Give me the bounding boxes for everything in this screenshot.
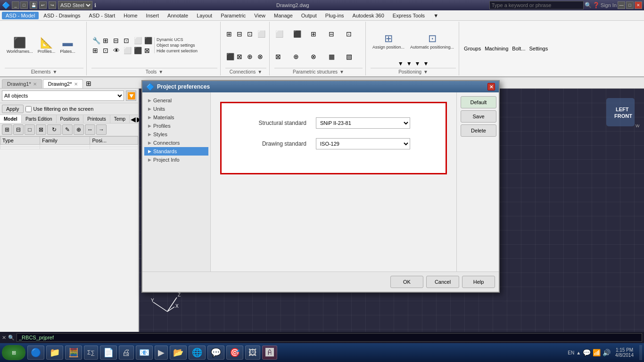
param-btn-10[interactable]: ▧ [345, 46, 363, 68]
profiles-button[interactable]: 📐 Profiles... [36, 36, 58, 55]
tab-drawing2[interactable]: Drawing2* ✕ [43, 79, 83, 88]
taskbar-icon-12[interactable]: 🎯 [226, 346, 243, 360]
sign-in-label[interactable]: Sign In [601, 2, 617, 8]
connections-arrow-icon[interactable]: ▼ [257, 69, 262, 74]
bolt-btn[interactable]: Bolt... [512, 46, 525, 51]
ok-button[interactable]: OK [390, 276, 423, 288]
delete-button[interactable]: Delete [461, 124, 496, 137]
default-button[interactable]: Default [461, 96, 496, 108]
save-button[interactable]: Save [461, 110, 496, 123]
menu-autodesk360[interactable]: Autodesk 360 [349, 12, 388, 19]
menu-parametric[interactable]: Parametric [217, 12, 249, 19]
tool-btn-12[interactable]: ⊠ [143, 46, 153, 55]
search-input[interactable] [489, 1, 584, 9]
filter-checkbox[interactable] [25, 106, 32, 112]
hide-btn[interactable]: 👁 [112, 46, 122, 55]
structural-standard-select[interactable]: SNiP II-23-81 EN 1993 AISC [316, 117, 410, 129]
menu-asd-start[interactable]: ASD - Start [85, 12, 119, 19]
ptb-btn-7[interactable]: ⊕ [74, 124, 84, 135]
tab-drawing1[interactable]: Drawing1* ✕ [2, 79, 42, 88]
param-btn-6[interactable]: ⊠ [274, 46, 292, 68]
taskbar-icon-7[interactable]: 📧 [136, 346, 153, 360]
taskbar-icon-9[interactable]: 📂 [170, 346, 187, 360]
clock-display[interactable]: 1:15 PM 4/8/2014 [612, 346, 636, 359]
ptb-btn-3[interactable]: □ [25, 124, 35, 135]
menu-view[interactable]: View [250, 12, 269, 19]
assign-position-button[interactable]: ⊞ Assign position... [371, 32, 406, 50]
cmd-search-icon[interactable]: 🔍 [8, 335, 15, 341]
sidebar-item-units[interactable]: ▶ Units [144, 105, 208, 113]
taskbar-icon-6[interactable]: 🖨 [119, 346, 134, 360]
tool-btn-1[interactable]: 🔧 [91, 36, 101, 45]
sidebar-item-materials[interactable]: ▶ Materials [144, 113, 208, 122]
help-icon[interactable]: ❓ [593, 2, 600, 8]
tool-btn-6[interactable]: ⬛ [143, 36, 153, 45]
conn-btn-1[interactable]: ⊞ [225, 23, 235, 45]
cancel-button[interactable]: Cancel [426, 276, 459, 288]
ptb-btn-4[interactable]: ⊠ [36, 124, 46, 135]
sidebar-item-project-info[interactable]: ▶ Project Info [144, 156, 208, 164]
ptb-btn-6[interactable]: ✎ [62, 124, 73, 135]
taskbar-icon-2[interactable]: 📁 [46, 346, 63, 360]
tab-parts-edition[interactable]: Parts Edition [22, 115, 57, 123]
taskbar-icon-4[interactable]: Σ∑ [84, 346, 98, 360]
snap-btn[interactable]: ⊡ [102, 46, 112, 55]
conn-btn-3[interactable]: ⊡ [246, 23, 256, 45]
param-btn-9[interactable]: ▦ [328, 46, 345, 68]
pos-btn-3[interactable]: ▼ [414, 59, 421, 68]
sidebar-item-connectors[interactable]: ▶ Connectors [144, 139, 208, 147]
menu-manage[interactable]: Manage [270, 12, 297, 19]
minimize-icon[interactable]: _ [12, 1, 19, 9]
restore-icon[interactable]: □ [20, 1, 28, 9]
auto-position-button[interactable]: ⊡ Automatic positioning... [408, 32, 456, 50]
conn-btn-2[interactable]: ⊟ [236, 23, 246, 45]
parametric-arrow-icon[interactable]: ▼ [339, 69, 344, 74]
plates-button[interactable]: ▬ Plates... [58, 36, 77, 55]
filter-icon[interactable]: 🔽 [126, 90, 136, 101]
objects-filter-dropdown[interactable]: All objects [2, 90, 124, 101]
sidebar-item-profiles[interactable]: ▶ Profiles [144, 122, 208, 130]
positioning-arrow-icon[interactable]: ▼ [423, 69, 428, 74]
conn-btn-5[interactable]: ⬛ [225, 46, 235, 68]
taskbar-icon-11[interactable]: 💬 [207, 346, 224, 360]
panel-nav-prev[interactable]: ◀ [131, 115, 136, 123]
menu-more[interactable]: ▼ [429, 12, 442, 19]
menu-annotate[interactable]: Annotate [164, 12, 192, 19]
ptb-btn-9[interactable]: → [96, 124, 107, 135]
taskbar-icon-14[interactable]: 🅰 [262, 346, 277, 360]
conn-btn-8[interactable]: ⊗ [256, 46, 266, 68]
elements-arrow-icon[interactable]: ▼ [52, 69, 57, 74]
ptb-btn-8[interactable]: ↔ [85, 124, 95, 135]
tab-printouts[interactable]: Printouts [83, 115, 110, 123]
sidebar-item-general[interactable]: ▶ General [144, 96, 208, 105]
show-desktop-btn[interactable] [639, 345, 642, 360]
tool-btn-4[interactable]: ⊡ [123, 36, 132, 45]
close-drawing1-icon[interactable]: ✕ [33, 82, 37, 87]
drawing-standard-select[interactable]: ISO-129 ANSI DIN [316, 138, 410, 149]
ptb-btn-2[interactable]: ⊟ [13, 124, 24, 135]
cmd-stop-icon[interactable]: ✕ [2, 335, 6, 341]
new-tab-icon[interactable]: ⊞ [84, 79, 93, 88]
menu-home[interactable]: Home [120, 12, 141, 19]
groups-btn[interactable]: Groups [464, 46, 481, 51]
sidebar-item-styles[interactable]: ▶ Styles [144, 130, 208, 139]
sidebar-item-standards[interactable]: ▶ Standards [144, 147, 208, 156]
param-btn-3[interactable]: ⊞ [310, 23, 327, 45]
menu-asd-model[interactable]: ASD - Model [2, 12, 39, 19]
tool-btn-11[interactable]: ⬛ [133, 46, 143, 55]
pos-btn-2[interactable]: ▼ [405, 59, 413, 68]
menu-express[interactable]: Express Tools [389, 12, 429, 19]
settings-btn[interactable]: Settings [529, 46, 548, 51]
menu-output[interactable]: Output [297, 12, 321, 19]
quick-access-redo[interactable]: ↪ [49, 1, 56, 9]
tool-btn-10[interactable]: ⬜ [123, 46, 132, 55]
dialog-close-button[interactable]: ✕ [487, 83, 495, 90]
param-btn-1[interactable]: ⬜ [274, 23, 292, 45]
menu-asd-drawings[interactable]: ASD - Drawings [40, 12, 84, 19]
conn-btn-7[interactable]: ⊕ [246, 46, 256, 68]
pos-btn-1[interactable]: ▼ [397, 59, 405, 68]
tray-up-icon[interactable]: ▲ [576, 350, 581, 355]
app-minimize-btn[interactable]: — [618, 1, 625, 9]
apply-button[interactable]: Apply [2, 105, 24, 113]
start-button[interactable]: ⊞ [2, 345, 25, 360]
